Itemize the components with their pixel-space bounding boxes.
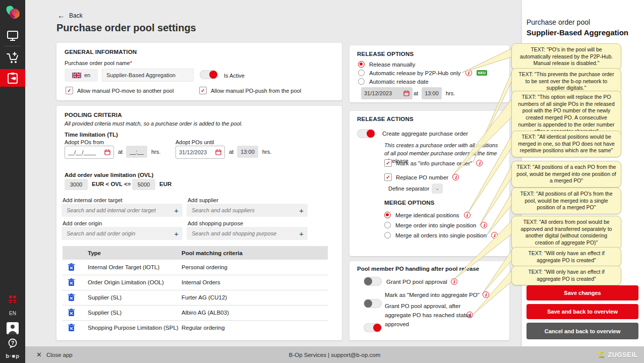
info-icon[interactable]: i bbox=[464, 212, 471, 218]
adopt-until-date-input[interactable]: 31/12/2023 bbox=[175, 146, 225, 159]
add-icon[interactable]: + bbox=[299, 230, 304, 237]
pooling-criteria-title: POOLING CRITERIA bbox=[65, 112, 122, 118]
info-icon[interactable]: i bbox=[481, 222, 487, 228]
delete-icon[interactable] bbox=[68, 293, 75, 301]
add-internal-order-target-field[interactable]: + bbox=[62, 204, 183, 217]
adopt-from-time-input[interactable]: __:__ bbox=[126, 146, 147, 158]
radio-icon[interactable] bbox=[358, 78, 365, 85]
back-button[interactable]: ← Back bbox=[57, 11, 83, 20]
radio-icon[interactable] bbox=[384, 222, 391, 228]
checkbox-checked-icon[interactable]: ✓ bbox=[199, 87, 207, 94]
monitor-icon[interactable] bbox=[0, 29, 25, 42]
add-shopping-purpose-input[interactable] bbox=[191, 230, 299, 237]
general-information-card: GENERAL INFORMATION Purchase order pool … bbox=[56, 43, 342, 100]
is-active-toggle[interactable] bbox=[200, 70, 218, 79]
help-icon[interactable]: ? bbox=[0, 338, 25, 349]
cart-plus-icon[interactable] bbox=[0, 50, 25, 65]
merge-identical-radio-row[interactable]: Merge identical positions i bbox=[384, 212, 471, 218]
radio-icon[interactable] bbox=[384, 232, 391, 238]
table-row: Supplier (SL) Furter AG (CU12) bbox=[63, 290, 328, 306]
create-aggregate-toggle[interactable] bbox=[357, 129, 375, 138]
pool-name-input[interactable] bbox=[102, 69, 194, 82]
info-icon[interactable]: i bbox=[491, 232, 498, 238]
release-time-input[interactable]: 13:00 bbox=[422, 87, 442, 99]
cancel-back-button[interactable]: Cancel and back to overview bbox=[526, 323, 638, 339]
tooltip-callout: TEXT: "All identical positions would be … bbox=[511, 131, 621, 157]
add-order-origin-field[interactable]: + bbox=[62, 227, 183, 240]
add-supplier-input[interactable] bbox=[191, 207, 299, 214]
add-shopping-purpose-field[interactable]: + bbox=[187, 227, 308, 240]
pooling-criteria-card: POOLING CRITERIA All provided criteria m… bbox=[56, 106, 342, 340]
grant-approval-toggle[interactable] bbox=[364, 277, 382, 286]
info-icon[interactable]: i bbox=[476, 160, 483, 166]
save-back-button[interactable]: Save and back to overview bbox=[526, 304, 638, 319]
add-supplier-field[interactable]: + bbox=[187, 204, 308, 217]
hrs-label: hrs. bbox=[262, 149, 271, 155]
info-icon[interactable]: i bbox=[465, 70, 472, 76]
sidebar-item-po-pools-active[interactable] bbox=[0, 69, 25, 87]
merge-all-radio-row[interactable]: Merge all orders into single position i bbox=[384, 232, 498, 238]
radio-icon[interactable] bbox=[358, 70, 365, 76]
mark-merged-label: Mark as "Merged into aggregate PO" bbox=[385, 292, 480, 298]
save-changes-button[interactable]: Save changes bbox=[526, 285, 638, 300]
grant-approval-row: Grant PO pool approval i bbox=[386, 278, 457, 285]
allow-move-checkbox-row[interactable]: ✓ Allow manual PO-move to another pool bbox=[66, 87, 173, 94]
release-manually-radio-row[interactable]: Release manually bbox=[358, 61, 415, 68]
radio-selected-icon[interactable] bbox=[358, 61, 365, 68]
app-logo-icon[interactable] bbox=[0, 4, 25, 22]
grant-after-approved-toggle[interactable] bbox=[364, 323, 382, 332]
delete-icon[interactable] bbox=[68, 263, 75, 271]
bop-logo: b·■p bbox=[0, 353, 25, 359]
sidebar-divider bbox=[4, 46, 21, 46]
mark-merged-toggle[interactable] bbox=[364, 299, 382, 308]
ovl-min-input[interactable]: 3000 bbox=[65, 179, 88, 190]
add-icon[interactable]: + bbox=[174, 230, 179, 237]
separator-input[interactable]: - bbox=[432, 184, 443, 194]
sidebar-language-label[interactable]: EN bbox=[0, 311, 25, 316]
row-criteria: Furter AG (CU12) bbox=[182, 294, 328, 300]
tooltip-callout: TEXT: "All positions of a each PO from t… bbox=[511, 161, 621, 188]
language-selector[interactable]: en bbox=[65, 69, 98, 82]
ovl-max-value: 5000 bbox=[138, 182, 150, 188]
add-order-origin-input[interactable] bbox=[66, 230, 174, 237]
adopt-from-date-input[interactable]: __/__/____ bbox=[65, 146, 114, 159]
adopt-until-time-input[interactable]: 13:00 bbox=[237, 146, 258, 158]
zugseil-brand: ZUGSEIL bbox=[597, 351, 638, 359]
add-icon[interactable]: + bbox=[174, 207, 179, 214]
automatic-release-p2p-radio-row[interactable]: Automatic release by P2P-Hub only i NEU bbox=[358, 70, 487, 76]
checkbox-checked-icon[interactable]: ✓ bbox=[384, 173, 392, 181]
mark-info-po-checkbox-row[interactable]: ✓ Mark as "info purchase order" i bbox=[384, 159, 483, 167]
radio-selected-icon[interactable] bbox=[384, 212, 391, 218]
user-avatar-icon[interactable] bbox=[0, 322, 25, 335]
allow-push-checkbox-row[interactable]: ✓ Allow manual PO-push from the pool bbox=[199, 87, 301, 94]
delete-icon[interactable] bbox=[68, 324, 75, 332]
delete-icon[interactable] bbox=[68, 309, 75, 317]
ovl-min-value: 3000 bbox=[70, 182, 82, 188]
checkbox-checked-icon[interactable]: ✓ bbox=[66, 87, 73, 94]
calendar-icon[interactable] bbox=[215, 149, 221, 155]
checkbox-checked-icon[interactable]: ✓ bbox=[384, 159, 392, 167]
release-manually-label: Release manually bbox=[369, 62, 415, 68]
ovl-max-input[interactable]: 5000 bbox=[132, 179, 155, 190]
tooltip-callout: TEXT: "All orders from pool would be app… bbox=[511, 216, 621, 250]
info-icon[interactable]: i bbox=[466, 312, 473, 318]
replace-po-number-checkbox-row[interactable]: ✓ Replace PO number i bbox=[384, 173, 459, 181]
page-title: Purchase order pool settings bbox=[56, 22, 196, 34]
calendar-icon[interactable] bbox=[104, 149, 110, 155]
delete-icon[interactable] bbox=[68, 278, 75, 286]
add-order-origin-label: Add order origin bbox=[63, 220, 102, 226]
clipboard-arrow-icon bbox=[7, 72, 18, 84]
calendar-icon[interactable] bbox=[403, 90, 409, 96]
automatic-release-date-radio-row[interactable]: Automatic release date bbox=[358, 78, 429, 85]
tooltip-callout: TEXT: "All positions of all PO's from th… bbox=[511, 188, 621, 214]
info-icon[interactable]: i bbox=[451, 278, 457, 285]
release-date-input[interactable]: 31/12/2023 bbox=[361, 87, 413, 99]
close-app-button[interactable]: ✕ Close app bbox=[36, 351, 73, 358]
users-red-icon[interactable] bbox=[0, 294, 25, 305]
add-internal-order-target-input[interactable] bbox=[66, 207, 174, 214]
info-icon[interactable]: i bbox=[483, 291, 489, 298]
add-icon[interactable]: + bbox=[299, 207, 304, 214]
toggle-knob bbox=[364, 277, 372, 285]
merge-order-radio-row[interactable]: Merge order into single position i bbox=[384, 222, 487, 228]
info-icon[interactable]: i bbox=[452, 174, 459, 180]
